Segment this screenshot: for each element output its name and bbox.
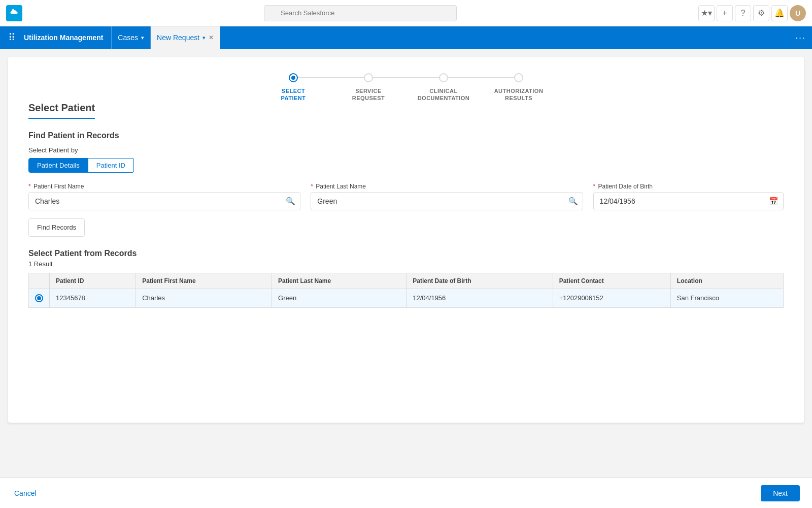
col-first-name: Patient First Name [136, 273, 272, 289]
tab-new-request-label: New Request [157, 34, 199, 42]
nav-search: 🔍 [26, 5, 694, 21]
row-dob: 12/04/1956 [407, 289, 553, 307]
tab-new-request[interactable]: New Request ▾ ✕ [151, 26, 220, 49]
results-count: 1 Result [28, 260, 784, 268]
results-section: Select Patient from Records 1 Result Pat… [28, 249, 784, 308]
step-labels-row: SELECTPATIENT SERVICEREQUSEST CLINICALDO… [28, 87, 784, 102]
notifications-button[interactable]: 🔔 [771, 5, 788, 21]
col-dob: Patient Date of Birth [407, 273, 553, 289]
row-first-name: Charles [136, 289, 272, 307]
step-label-1: SELECTPATIENT [256, 87, 331, 102]
last-name-label: * Patient Last Name [311, 183, 583, 190]
section-subtitle: Find Patient in Records [28, 131, 784, 140]
help-button[interactable]: ? [735, 5, 751, 21]
cases-chevron-icon: ▾ [141, 35, 144, 41]
dob-input[interactable] [593, 192, 784, 210]
row-patient-id: 12345678 [50, 289, 136, 307]
dob-group: * Patient Date of Birth 📅 [593, 183, 784, 210]
table-row: 12345678 Charles Green 12/04/1956 +12029… [29, 289, 784, 307]
dob-label: * Patient Date of Birth [593, 183, 784, 190]
app-name-label: Utilization Management [22, 26, 112, 49]
step-label-2: SERVICEREQUSEST [331, 87, 406, 102]
tab-cases[interactable]: Cases ▾ [112, 26, 151, 49]
salesforce-logo [6, 5, 22, 21]
dob-input-wrap: 📅 [593, 192, 784, 210]
user-avatar[interactable]: U [790, 5, 806, 21]
wizard-card: SELECTPATIENT SERVICEREQUSEST CLINICALDO… [8, 57, 804, 423]
first-name-input[interactable] [28, 192, 300, 210]
nav-icons: ★▾ + ? ⚙ 🔔 U [698, 5, 806, 21]
first-name-label: * Patient First Name [28, 183, 300, 190]
step-connector-1 [298, 77, 364, 78]
results-title: Select Patient from Records [28, 249, 784, 258]
app-menu-icon[interactable]: ⠿ [6, 29, 18, 46]
form-row-names: * Patient First Name 🔍 * Patient Last Na… [28, 183, 784, 210]
row-radio-button[interactable] [35, 294, 43, 302]
step-dot-1 [289, 73, 298, 82]
last-name-input-wrap: 🔍 [311, 192, 583, 210]
results-table: Patient ID Patient First Name Patient La… [28, 273, 784, 308]
new-request-chevron-icon: ▾ [202, 35, 206, 41]
find-records-button[interactable]: Find Records [28, 218, 85, 237]
row-last-name: Green [272, 289, 407, 307]
main-content: SELECTPATIENT SERVICEREQUSEST CLINICALDO… [0, 49, 812, 478]
dob-required: * [593, 183, 596, 190]
tab-bar: Cases ▾ New Request ▾ ✕ [112, 26, 789, 49]
first-name-group: * Patient First Name 🔍 [28, 183, 300, 210]
step-connector-2 [373, 77, 439, 78]
step-connector-3 [448, 77, 514, 78]
first-name-required: * [28, 183, 31, 190]
step-dot-3 [439, 73, 448, 82]
row-contact: +12029006152 [553, 289, 670, 307]
favorites-button[interactable]: ★▾ [698, 5, 715, 21]
settings-button[interactable]: ⚙ [753, 5, 769, 21]
col-contact: Patient Contact [553, 273, 670, 289]
col-patient-id: Patient ID [50, 273, 136, 289]
col-last-name: Patient Last Name [272, 273, 407, 289]
row-location: San Francisco [670, 289, 783, 307]
page-title: Select Patient [28, 102, 95, 119]
step-dot-4 [514, 73, 523, 82]
patient-id-tab[interactable]: Patient ID [88, 158, 134, 173]
col-select [29, 273, 50, 289]
global-search-input[interactable] [264, 5, 457, 21]
stepper: SELECTPATIENT SERVICEREQUSEST CLINICALDO… [28, 73, 784, 102]
select-patient-by-label: Select Patient by [28, 146, 784, 154]
step-dot-2 [364, 73, 373, 82]
last-name-input[interactable] [311, 192, 583, 210]
row-radio-cell[interactable] [29, 289, 50, 307]
tab-more-icon[interactable]: ··· [789, 33, 812, 43]
patient-details-tab[interactable]: Patient Details [28, 158, 88, 173]
top-nav: 🔍 ★▾ + ? ⚙ 🔔 U [0, 0, 812, 26]
search-tab-buttons: Patient Details Patient ID [28, 158, 784, 173]
tab-cases-label: Cases [118, 34, 138, 42]
step-label-3: CLINICALDOCUMENTATION [406, 87, 481, 102]
new-request-close-icon[interactable]: ✕ [209, 34, 214, 41]
step-label-4: AUTHORIZATIONRESULTS [481, 87, 556, 102]
add-button[interactable]: + [717, 5, 733, 21]
app-bar: ⠿ Utilization Management Cases ▾ New Req… [0, 26, 812, 49]
last-name-required: * [311, 183, 313, 190]
last-name-group: * Patient Last Name 🔍 [311, 183, 583, 210]
first-name-input-wrap: 🔍 [28, 192, 300, 210]
form-section: Select Patient Find Patient in Records S… [28, 102, 784, 237]
col-location: Location [670, 273, 783, 289]
